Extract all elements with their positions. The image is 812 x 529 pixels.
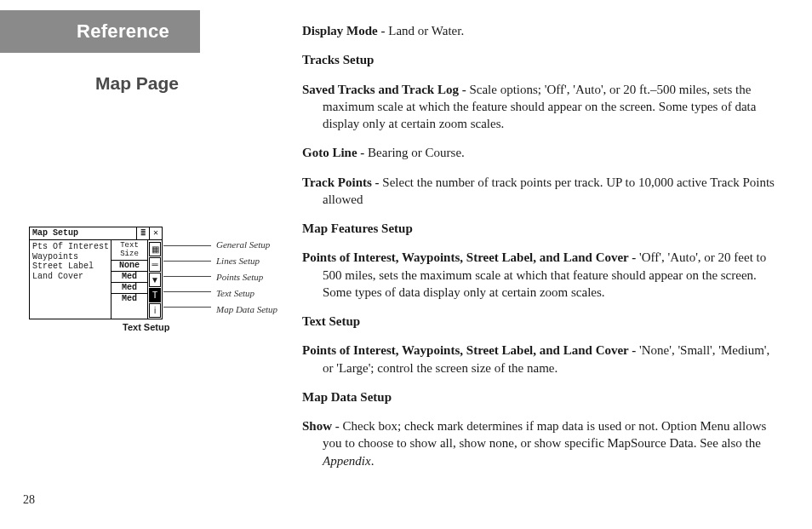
page-number: 28 [23, 493, 35, 507]
display-mode-text: Land or Water. [388, 24, 464, 37]
leader-line [163, 276, 211, 277]
leader-line [163, 307, 211, 308]
text-setup-heading: Text Setup [302, 313, 775, 330]
row-label: Pts Of Interest [32, 242, 109, 252]
manual-page: Reference Map Page Map Setup ≣ ✕ Pts Of … [0, 0, 812, 529]
leader-line [163, 261, 211, 262]
text-setup-line: Points of Interest, Waypoints, Street La… [302, 342, 775, 377]
points-setup-tab-icon[interactable]: ▼ [149, 273, 161, 287]
value-cell[interactable]: Med [112, 294, 147, 304]
leader-line [163, 245, 211, 246]
callout-map-data-setup: Map Data Setup [216, 304, 277, 314]
row-labels: Pts Of Interest Waypoints Street Label L… [30, 240, 111, 319]
callout-lines-setup: Lines Setup [216, 256, 277, 266]
panel-titlebar: Map Setup ≣ ✕ [30, 227, 162, 240]
goto-line: Goto Line - Bearing or Course. [302, 144, 775, 161]
row-label: Land Cover [32, 272, 109, 282]
body-text: Display Mode - Land or Water. Tracks Set… [302, 22, 775, 481]
map-data-heading: Map Data Setup [302, 388, 775, 405]
goto-line-label: Goto Line - [302, 146, 368, 159]
panel-title-text: Map Setup [30, 227, 136, 239]
row-label: Street Label [32, 262, 109, 272]
show-line: Show - Check box; check mark determines … [302, 417, 775, 469]
track-points-line: Track Points - Select the number of trac… [302, 174, 775, 209]
callout-labels: General Setup Lines Setup Points Setup T… [216, 239, 277, 320]
row-label: Waypoints [32, 252, 109, 262]
poi-line: Points of Interest, Waypoints, Street La… [302, 249, 775, 301]
tracks-setup-heading: Tracks Setup [302, 51, 775, 68]
value-cell[interactable]: None [112, 261, 147, 272]
page-subtitle: Map Page [95, 73, 179, 94]
appendix-ref: Appendix [323, 454, 371, 468]
goto-line-text: Bearing or Course. [368, 146, 465, 159]
figure-caption: Text Setup [123, 322, 169, 332]
reference-banner: Reference [0, 10, 200, 53]
display-mode-line: Display Mode - Land or Water. [302, 22, 775, 39]
track-points-text: Select the number of track points per tr… [323, 175, 775, 206]
callout-general-setup: General Setup [216, 239, 277, 250]
display-mode-label: Display Mode - [302, 24, 388, 37]
general-setup-tab-icon[interactable]: ▦ [149, 242, 161, 256]
poi-label: Points of Interest, Waypoints, Street La… [302, 250, 639, 264]
saved-tracks-line: Saved Tracks and Track Log - Scale optio… [302, 81, 775, 133]
show-text-a: Check box; check mark determines if map … [323, 419, 766, 450]
value-cell[interactable]: Med [112, 272, 147, 283]
values-column: Text Size None Med Med Med [111, 240, 148, 319]
track-points-label: Track Points - [302, 175, 382, 189]
map-setup-figure: Map Setup ≣ ✕ Pts Of Interest Waypoints … [29, 227, 276, 319]
show-label: Show - [302, 419, 343, 433]
saved-tracks-label: Saved Tracks and Track Log - [302, 83, 469, 96]
close-icon[interactable]: ✕ [149, 227, 162, 239]
text-setup-tab-icon[interactable]: T [149, 288, 161, 302]
callout-points-setup: Points Setup [216, 272, 277, 282]
menu-icon[interactable]: ≣ [136, 227, 149, 239]
callout-text-setup: Text Setup [216, 288, 277, 298]
column-header: Text Size [112, 240, 147, 261]
map-features-heading: Map Features Setup [302, 220, 775, 237]
show-text-c: . [371, 454, 375, 468]
lines-setup-tab-icon[interactable]: ═ [149, 257, 161, 272]
side-tab-column: ▦ ═ ▼ T i [148, 240, 162, 319]
map-setup-panel: Map Setup ≣ ✕ Pts Of Interest Waypoints … [29, 227, 163, 319]
leader-line [163, 291, 211, 292]
map-data-setup-tab-icon[interactable]: i [149, 303, 161, 318]
text-setup-label: Points of Interest, Waypoints, Street La… [302, 343, 639, 357]
value-cell[interactable]: Med [112, 283, 147, 294]
